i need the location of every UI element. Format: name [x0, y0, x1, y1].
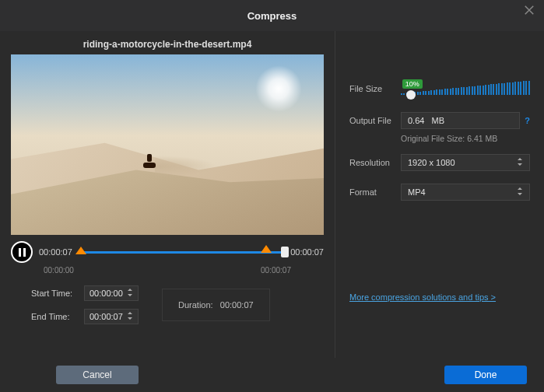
format-label: Format — [349, 187, 401, 197]
seek-track[interactable] — [79, 251, 284, 254]
output-file-input[interactable] — [401, 112, 520, 129]
filesize-slider[interactable]: 10% — [401, 78, 530, 100]
start-time-row: Start Time: 00:00:00 — [31, 285, 139, 301]
format-select[interactable]: MP4 — [401, 184, 530, 201]
timeline: 00:00:07 00:00:07 — [11, 241, 324, 263]
main-area: riding-a-motorcycle-in-the-desert.mp4 00… — [0, 31, 544, 358]
video-preview[interactable] — [11, 54, 324, 235]
filesize-label: File Size — [349, 84, 401, 93]
format-value: MP4 — [408, 187, 426, 197]
pause-icon — [19, 248, 26, 257]
duration-label: Duration: — [178, 300, 213, 310]
file-name: riding-a-motorcycle-in-the-desert.mp4 — [11, 39, 324, 50]
end-time-input[interactable]: 00:00:07 — [84, 309, 139, 324]
duration-box: Duration: 00:00:07 — [162, 289, 270, 321]
chevron-updown-icon — [517, 158, 523, 167]
trim-start-handle[interactable] — [75, 247, 86, 254]
end-time-label: End Time: — [31, 312, 76, 321]
end-time-row: End Time: 00:00:07 — [31, 309, 139, 324]
start-time-label: Start Time: — [31, 289, 76, 298]
start-time-value: 00:00:00 — [89, 289, 123, 298]
format-field: Format MP4 — [349, 184, 530, 201]
original-size-hint: Original File Size: 6.41 MB — [401, 134, 530, 143]
output-file-label: Output File — [349, 116, 401, 125]
cancel-button[interactable]: Cancel — [56, 366, 139, 384]
scale-end: 00:00:07 — [261, 266, 291, 275]
trim-section: Start Time: 00:00:00 End Time: 00:00:07 … — [11, 285, 324, 324]
spinner-icon[interactable] — [127, 289, 133, 298]
end-time-value: 00:00:07 — [89, 312, 123, 321]
dialog-header: Compress — [0, 0, 544, 31]
start-time-input[interactable]: 00:00:00 — [84, 285, 139, 301]
done-button[interactable]: Done — [444, 366, 527, 384]
close-icon[interactable] — [522, 3, 536, 17]
total-time: 00:00:07 — [290, 247, 324, 257]
pause-button[interactable] — [11, 241, 33, 263]
help-icon[interactable]: ? — [525, 116, 530, 125]
more-tips-link[interactable]: More compression solutions and tips > — [349, 292, 530, 302]
filesize-field: File Size 10% — [349, 78, 530, 100]
output-file-field: Output File ? — [349, 112, 530, 129]
dialog-title: Compress — [247, 10, 297, 22]
filesize-badge: 10% — [402, 79, 423, 89]
time-scale: 00:00:00 00:00:07 — [11, 266, 324, 275]
current-time: 00:00:07 — [39, 247, 72, 257]
footer: Cancel Done — [0, 358, 544, 392]
resolution-field: Resolution 1920 x 1080 — [349, 154, 530, 171]
resolution-label: Resolution — [349, 158, 401, 167]
resolution-value: 1920 x 1080 — [408, 158, 455, 167]
resolution-select[interactable]: 1920 x 1080 — [401, 154, 530, 171]
duration-value: 00:00:07 — [220, 300, 254, 310]
trim-end-handle[interactable] — [261, 245, 272, 253]
spinner-icon[interactable] — [127, 312, 133, 321]
left-panel: riding-a-motorcycle-in-the-desert.mp4 00… — [0, 31, 335, 358]
right-panel: File Size 10% Output File ? Original Fil… — [335, 31, 544, 358]
chevron-updown-icon — [517, 187, 523, 197]
scale-start: 00:00:00 — [44, 266, 74, 275]
slider-thumb[interactable] — [406, 90, 416, 100]
playhead[interactable] — [281, 247, 289, 257]
